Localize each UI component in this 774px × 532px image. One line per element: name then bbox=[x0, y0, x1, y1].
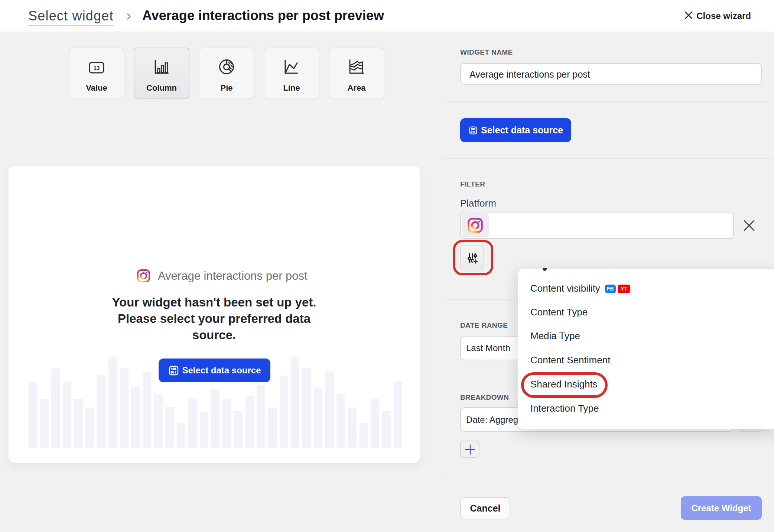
svg-text:13: 13 bbox=[94, 65, 100, 71]
